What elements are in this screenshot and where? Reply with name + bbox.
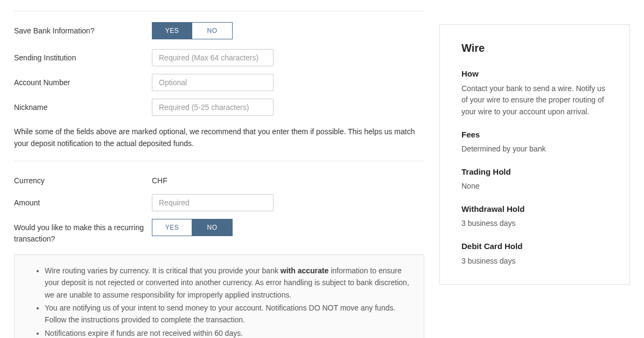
row-recurring: Would you like to make this a recurring … [14,219,424,245]
divider-mid [14,161,424,161]
info-section-how: How Contact your bank to send a wire. No… [461,68,608,118]
notice-box: Wire routing varies by currency. It is c… [14,254,424,338]
label-account-number: Account Number [14,74,152,88]
main-form: Save Bank Information? YES NO Sending In… [14,0,424,338]
recurring-yes-button[interactable]: YES [152,219,192,236]
info-body: Contact your bank to send a wire. Notify… [461,83,608,118]
notice-item-1-bold: with accurate [281,266,328,275]
info-body: 3 business days [461,218,608,230]
info-body: Determined by your bank [461,143,608,155]
info-heading: How [461,68,608,80]
toggle-save-bank-info: YES NO [152,22,424,39]
label-save-bank-info: Save Bank Information? [14,22,152,37]
info-body: None [461,181,608,192]
notice-item-2: You are notifying us of your intent to s… [45,302,411,326]
info-section-debit-card-hold: Debit Card Hold 3 business days [461,240,608,267]
account-number-input[interactable] [152,74,274,91]
label-currency: Currency [14,172,152,187]
label-sending-institution: Sending Institution [14,49,152,64]
sidebar: Wire How Contact your bank to send a wir… [439,24,630,338]
notice-item-1: Wire routing varies by currency. It is c… [45,265,411,301]
info-section-withdrawal-hold: Withdrawal Hold 3 business days [461,203,608,230]
info-body: 3 business days [461,256,608,267]
toggle-recurring: YES NO [152,219,424,236]
notice-item-1-before: Wire routing varies by currency. It is c… [45,266,281,275]
info-heading: Withdrawal Hold [461,203,608,216]
info-heading: Trading Hold [461,166,608,178]
info-heading: Fees [461,129,608,141]
row-currency: Currency CHF [14,172,424,187]
notice-item-3: Notifications expire if funds are not re… [45,327,411,338]
row-save-bank-info: Save Bank Information? YES NO [14,22,424,39]
row-nickname: Nickname [14,99,424,116]
recurring-no-button[interactable]: NO [192,219,233,236]
divider-top [14,11,424,11]
wire-info-panel: Wire How Contact your bank to send a wir… [439,24,630,285]
label-recurring: Would you like to make this a recurring … [14,219,152,245]
row-amount: Amount [14,194,424,211]
label-nickname: Nickname [14,99,152,113]
row-account-number: Account Number [14,74,424,91]
help-text: While some of the fields above are marke… [14,126,424,150]
nickname-input[interactable] [152,99,274,116]
info-section-trading-hold: Trading Hold None [461,166,608,192]
label-amount: Amount [14,194,152,209]
save-bank-yes-button[interactable]: YES [152,22,192,39]
panel-title: Wire [461,40,608,56]
row-sending-institution: Sending Institution [14,49,424,66]
save-bank-no-button[interactable]: NO [192,22,233,39]
currency-value: CHF [152,172,167,187]
info-section-fees: Fees Determined by your bank [461,129,608,155]
amount-input[interactable] [152,194,274,211]
sending-institution-input[interactable] [152,49,274,66]
info-heading: Debit Card Hold [461,240,608,253]
